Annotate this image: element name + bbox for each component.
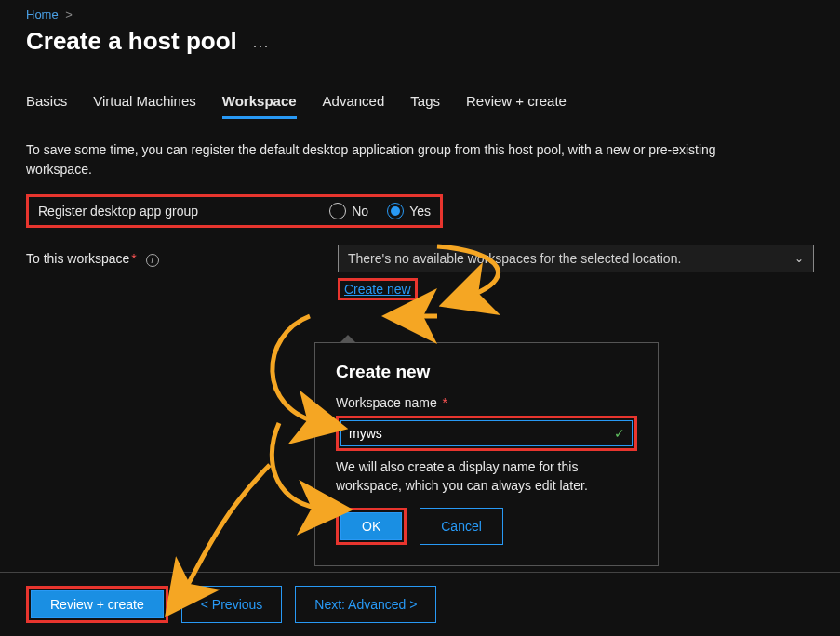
workspace-name-label: Workspace name * [336,395,637,410]
review-create-button[interactable]: Review + create [31,590,164,618]
tabs-bar: Basics Virtual Machines Workspace Advanc… [26,93,814,120]
radio-yes[interactable]: Yes [387,203,431,219]
breadcrumb: Home > [26,7,814,21]
tab-tags[interactable]: Tags [410,93,440,119]
intro-text: To save some time, you can register the … [26,140,761,179]
chevron-down-icon: ⌄ [794,252,804,265]
radio-no-label: No [352,204,368,219]
more-icon[interactable]: ⋯ [252,36,269,55]
to-workspace-label: To this workspace* i [26,251,338,267]
tab-workspace[interactable]: Workspace [222,93,297,119]
radio-yes-label: Yes [409,204,431,219]
tab-virtual-machines[interactable]: Virtual Machines [93,93,196,119]
wizard-footer: Review + create < Previous Next: Advance… [0,572,840,636]
dropdown-text: There's no available workspaces for the … [348,251,681,266]
breadcrumb-home[interactable]: Home [26,7,59,21]
ok-button[interactable]: OK [340,512,402,540]
register-label: Register desktop app group [38,204,320,219]
tab-basics[interactable]: Basics [26,93,67,119]
tab-advanced[interactable]: Advanced [323,93,385,119]
page-title: Create a host pool [26,27,237,56]
create-new-link[interactable]: Create new [344,282,411,297]
popup-title: Create new [336,362,637,382]
cancel-button[interactable]: Cancel [420,508,503,545]
check-icon: ✓ [614,426,625,441]
next-button[interactable]: Next: Advanced > [295,586,436,623]
popup-helper-text: We will also create a display name for t… [336,458,637,495]
create-new-popup: Create new Workspace name * ✓ We will al… [314,342,659,566]
info-icon[interactable]: i [146,254,159,267]
workspace-name-input[interactable] [340,420,633,446]
radio-no[interactable]: No [329,203,368,219]
tab-review-create[interactable]: Review + create [466,93,567,119]
workspace-dropdown[interactable]: There's no available workspaces for the … [338,245,814,272]
chevron-right-icon: > [65,7,73,21]
previous-button[interactable]: < Previous [181,586,283,623]
